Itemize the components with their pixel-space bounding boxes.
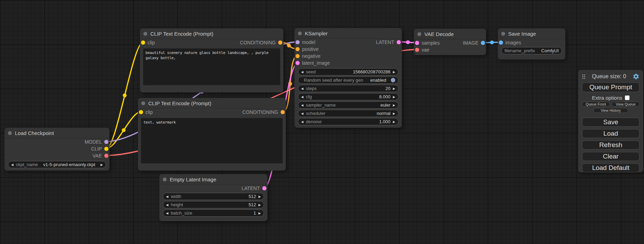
widget-label: steps xyxy=(306,86,317,91)
extra-options-checkbox[interactable] xyxy=(625,96,629,100)
decrement-arrow-icon[interactable]: ◀ xyxy=(301,87,303,90)
node-save-image[interactable]: Save Image images filename_prefix ComfyU… xyxy=(498,28,565,60)
clear-button[interactable]: Clear xyxy=(582,152,639,161)
widget-value: 1.000 xyxy=(379,119,391,124)
decrement-arrow-icon[interactable]: ◀ xyxy=(301,95,303,99)
load-default-button[interactable]: Load Default xyxy=(582,163,639,172)
increment-arrow-icon[interactable]: ▶ xyxy=(258,211,261,215)
widget-value: 20 xyxy=(386,86,390,91)
increment-arrow-icon[interactable]: ▶ xyxy=(393,87,395,90)
ckpt-name-widget[interactable]: ◀ ckpt_name v1-5-pruned-emaonly.ckpt ▶ xyxy=(8,161,106,168)
increment-arrow-icon[interactable]: ▶ xyxy=(393,120,395,124)
node-clip-text-encode-negative[interactable]: CLIP Text Encode (Prompt) clip CONDITION… xyxy=(138,98,286,171)
seed-widget[interactable]: ◀ seed 156680208700286 ▶ xyxy=(298,68,398,75)
node-vae-decode[interactable]: VAE Decode samples IMAGE vae xyxy=(414,29,486,55)
input-slot-negative[interactable] xyxy=(295,54,300,58)
drag-handle-icon[interactable] xyxy=(582,74,585,79)
input-slot-samples[interactable] xyxy=(415,41,419,45)
input-slot-positive[interactable] xyxy=(295,47,300,51)
denoise-widget[interactable]: ◀ denoise 1.000 ▶ xyxy=(298,118,398,125)
decrement-arrow-icon[interactable]: ◀ xyxy=(301,103,303,107)
input-label-clip: clip xyxy=(145,109,153,115)
filename-prefix-widget[interactable]: filename_prefix ComfyUI xyxy=(501,47,562,54)
increment-arrow-icon[interactable]: ▶ xyxy=(393,95,395,99)
increment-arrow-icon[interactable]: ▶ xyxy=(393,103,395,107)
widget-value: 156680208700286 xyxy=(353,69,390,74)
random-seed-toggle-widget[interactable]: Random seed after every gen enabled xyxy=(298,76,398,84)
decrement-arrow-icon[interactable]: ◀ xyxy=(166,211,168,215)
prompt-textarea[interactable]: beautiful scenery nature glass bottle la… xyxy=(143,48,280,85)
output-slot-image[interactable] xyxy=(481,41,485,45)
decrement-arrow-icon[interactable]: ◀ xyxy=(301,70,303,74)
output-label-image: IMAGE xyxy=(463,40,478,46)
node-status-dot xyxy=(143,32,147,36)
input-slot-clip[interactable] xyxy=(141,40,145,45)
input-label-latent-image: latent_image xyxy=(302,60,330,66)
width-widget[interactable]: ◀ width 512 ▶ xyxy=(163,193,264,200)
input-slot-vae[interactable] xyxy=(415,48,419,52)
settings-gear-icon[interactable] xyxy=(633,73,639,80)
node-title: VAE Decode xyxy=(424,31,454,37)
node-load-checkpoint[interactable]: Load Checkpoint MODEL CLIP VAE ◀ ckpt_na… xyxy=(5,128,109,171)
decrement-arrow-icon[interactable]: ◀ xyxy=(166,195,168,198)
scheduler-widget[interactable]: ◀ scheduler normal ▶ xyxy=(298,110,398,117)
increment-arrow-icon[interactable]: ▶ xyxy=(258,195,261,198)
input-label-images: images xyxy=(505,40,521,45)
prompt-textarea[interactable]: text, watermark xyxy=(141,118,283,163)
input-label-vae: vae xyxy=(422,47,430,53)
save-button[interactable]: Save xyxy=(582,118,639,127)
sampler-name-widget[interactable]: ◀ sampler_name euler ▶ xyxy=(298,101,398,109)
input-slot-latent-image[interactable] xyxy=(295,61,300,65)
output-slot-clip[interactable] xyxy=(104,147,108,151)
cfg-widget[interactable]: ◀ cfg 8.000 ▶ xyxy=(298,93,398,100)
input-slot-model[interactable] xyxy=(295,40,300,44)
node-status-dot xyxy=(501,32,505,36)
queue-size-label: Queue size: 0 xyxy=(585,73,633,80)
link-midpoint-dot xyxy=(122,128,126,132)
output-slot-latent[interactable] xyxy=(262,186,266,190)
height-widget[interactable]: ◀ height 512 ▶ xyxy=(163,201,264,208)
node-status-dot xyxy=(298,31,302,35)
widget-label: width xyxy=(171,194,181,199)
output-slot-conditioning[interactable] xyxy=(281,110,285,114)
increment-arrow-icon[interactable]: ▶ xyxy=(393,112,395,115)
batch-size-widget[interactable]: ◀ batch_size 1 ▶ xyxy=(163,209,264,217)
node-ksampler[interactable]: KSampler model LATENT positive negative … xyxy=(294,28,402,128)
decrement-arrow-icon[interactable]: ◀ xyxy=(166,203,168,207)
increment-arrow-icon[interactable]: ▶ xyxy=(393,70,395,74)
refresh-button[interactable]: Refresh xyxy=(582,141,639,150)
output-slot-vae[interactable] xyxy=(104,154,108,158)
widget-label: ckpt_name xyxy=(16,162,38,167)
input-label-samples: samples xyxy=(422,40,440,46)
node-graph-canvas[interactable]: Load Checkpoint MODEL CLIP VAE ◀ ckpt_na… xyxy=(0,0,644,244)
node-empty-latent-image[interactable]: Empty Latent Image LATENT ◀ width 512 ▶ … xyxy=(159,174,267,221)
decrement-arrow-icon[interactable]: ◀ xyxy=(11,163,14,166)
queue-front-button[interactable]: Queue Front xyxy=(582,102,610,107)
output-slot-latent[interactable] xyxy=(397,40,401,44)
output-slot-model[interactable] xyxy=(104,140,108,144)
output-label-conditioning: CONDITIONING xyxy=(242,109,278,115)
widget-value: v1-5-pruned-emaonly.ckpt xyxy=(41,162,98,167)
toggle-knob[interactable] xyxy=(391,78,395,82)
steps-widget[interactable]: ◀ steps 20 ▶ xyxy=(298,85,398,92)
node-title: Empty Latent Image xyxy=(170,177,216,182)
view-queue-button[interactable]: View Queue xyxy=(612,102,639,107)
queue-prompt-button[interactable]: Queue Prompt xyxy=(582,82,639,92)
widget-value: 8.000 xyxy=(379,94,391,99)
node-clip-text-encode-positive[interactable]: CLIP Text Encode (Prompt) clip CONDITION… xyxy=(140,28,283,92)
view-history-button[interactable]: View History xyxy=(593,108,628,113)
output-label-vae: VAE xyxy=(92,153,102,159)
increment-arrow-icon[interactable]: ▶ xyxy=(258,203,261,207)
output-label-model: MODEL xyxy=(85,139,102,145)
increment-arrow-icon[interactable]: ▶ xyxy=(100,163,103,166)
widget-label: seed xyxy=(306,69,316,74)
link-midpoint-dot xyxy=(123,93,127,97)
output-slot-conditioning[interactable] xyxy=(278,40,282,45)
widget-label: batch_size xyxy=(171,210,192,216)
input-slot-images[interactable] xyxy=(499,40,503,45)
decrement-arrow-icon[interactable]: ◀ xyxy=(301,120,303,124)
widget-label: height xyxy=(171,202,183,207)
load-button[interactable]: Load xyxy=(582,129,639,138)
decrement-arrow-icon[interactable]: ◀ xyxy=(301,112,303,115)
input-slot-clip[interactable] xyxy=(139,110,143,114)
